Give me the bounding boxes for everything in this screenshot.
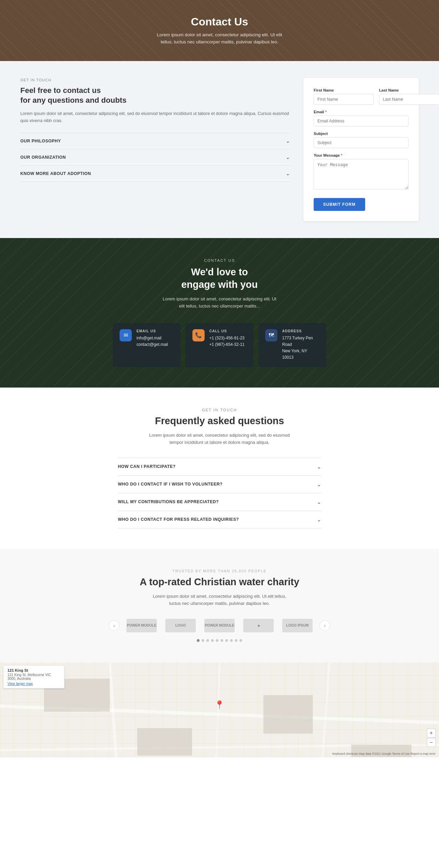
hero-section: Contact Us Lorem ipsum dolor sit amet, c… <box>0 0 439 61</box>
chevron-down-icon: ⌄ <box>317 463 321 470</box>
faq-list: HOW CAN I PARTICIPATE? ⌄ WHO DO I CONTAC… <box>118 458 321 529</box>
engage-label: CONTACT US <box>14 258 425 262</box>
message-textarea[interactable] <box>314 159 409 190</box>
address-card: 🗺 ADDRESS 1773 Turkey Pen Road New York,… <box>258 323 326 367</box>
submit-button[interactable]: SUBMIT FORM <box>314 198 365 211</box>
map-zoom-out-button[interactable]: − <box>427 738 436 747</box>
dot-10[interactable] <box>239 639 242 642</box>
faq-label-q3: WILL MY CONTRIBUTIONS BE APPRECIATED? <box>118 499 219 504</box>
call-card-text: +1 (323)-456-91-23 +1 (987)-654-32-11 <box>209 335 245 348</box>
accordion-label-our-philosophy: OUR PHILOSOPHY <box>20 139 61 143</box>
contact-left: GET IN TOUCH Feel free to contact us for… <box>20 78 290 182</box>
last-name-group: Last Name <box>379 88 439 105</box>
accordion-item-our-philosophy[interactable]: OUR PHILOSOPHY ⌄ <box>20 133 290 149</box>
logo-3: POWER MODULE <box>204 619 235 632</box>
email-card: ✉ EMAIL US info@get.mail contact@get.mai… <box>113 323 181 367</box>
hero-description: Lorem ipsum dolor sit amet, consectetur … <box>152 32 287 45</box>
svg-rect-8 <box>264 695 313 733</box>
chevron-down-icon: ⌄ <box>317 499 321 505</box>
map-pin: 📍 <box>214 700 225 710</box>
accordion-label-our-organization: OUR ORGANIZATION <box>20 155 66 160</box>
charity-section: TRUSTED BY MORE THAN 25,000 PEOPLE A top… <box>0 549 439 662</box>
svg-line-3 <box>214 662 220 757</box>
logo-1: POWER MODULE <box>126 619 157 632</box>
map-icon: 🗺 <box>265 329 277 341</box>
first-name-label: First Name <box>314 88 374 92</box>
charity-trust-label: TRUSTED BY MORE THAN 25,000 PEOPLE <box>14 569 425 573</box>
contact-form-box: First Name Last Name Email * Subject You… <box>304 78 419 221</box>
last-name-label: Last Name <box>379 88 439 92</box>
email-icon: ✉ <box>120 329 132 341</box>
email-input[interactable] <box>314 116 409 126</box>
logo-2: LOGO <box>165 619 196 632</box>
contact-cards: ✉ EMAIL US info@get.mail contact@get.mai… <box>14 323 425 367</box>
dot-1[interactable] <box>197 639 200 642</box>
subject-input[interactable] <box>314 137 409 148</box>
map-controls: + − <box>427 729 436 747</box>
map-address: 121 King St, Melbourne VIC 3000, Austral… <box>7 673 60 680</box>
faq-section: GET IN TOUCH Frequently asked questions … <box>0 388 439 549</box>
email-card-title: EMAIL US <box>137 329 168 333</box>
faq-item-q2[interactable]: WHO DO I CONTACT IF I WISH TO VOLUNTEER?… <box>118 475 321 493</box>
carousel-logos: POWER MODULE LOGO POWER MODULE ★ LOGO IP… <box>126 619 313 632</box>
call-card-title: CALL US <box>209 329 245 333</box>
map-zoom-in-button[interactable]: + <box>427 729 436 737</box>
logo-carousel: ‹ POWER MODULE LOGO POWER MODULE ★ LOGO … <box>14 619 425 632</box>
call-card: 📞 CALL US +1 (323)-456-91-23 +1 (987)-65… <box>186 323 253 367</box>
last-name-input[interactable] <box>379 94 439 105</box>
accordion-item-our-organization[interactable]: OUR ORGANIZATION ⌄ <box>20 149 290 165</box>
contact-section: GET IN TOUCH Feel free to contact us for… <box>0 61 439 238</box>
map-label-box: 121 King St 121 King St, Melbourne VIC 3… <box>3 666 64 688</box>
map-location-title: 121 King St <box>7 668 60 672</box>
faq-item-q1[interactable]: HOW CAN I PARTICIPATE? ⌄ <box>118 458 321 475</box>
svg-line-4 <box>318 662 329 757</box>
accordion-label-know-more-adoption: KNOW MORE ABOUT ADOPTION <box>20 171 91 176</box>
faq-label-q1: HOW CAN I PARTICIPATE? <box>118 464 175 469</box>
faq-item-q4[interactable]: WHO DO I CONTACT FOR PRESS RELATED INQUI… <box>118 511 321 529</box>
faq-label-q4: WHO DO I CONTACT FOR PRESS RELATED INQUI… <box>118 517 239 522</box>
contact-label: GET IN TOUCH <box>20 78 290 82</box>
first-name-group: First Name <box>314 88 374 105</box>
dot-6[interactable] <box>221 639 223 642</box>
engage-heading: We'd love to engage with you <box>14 266 425 291</box>
first-name-input[interactable] <box>314 94 374 105</box>
hero-title: Contact Us <box>191 16 248 28</box>
dot-3[interactable] <box>206 639 209 642</box>
subject-group: Subject <box>314 132 409 148</box>
charity-heading: A top-rated Christian water charity <box>14 576 425 588</box>
contact-heading: Feel free to contact us for any question… <box>20 85 290 105</box>
map-background <box>0 662 439 757</box>
map-larger-link[interactable]: View larger map <box>7 682 60 686</box>
engage-section: CONTACT US We'd love to engage with you … <box>0 238 439 388</box>
carousel-prev-button[interactable]: ‹ <box>109 620 120 631</box>
phone-icon: 📞 <box>192 329 205 341</box>
faq-heading: Frequently asked questions <box>20 415 419 427</box>
map-roads <box>0 662 439 757</box>
dot-7[interactable] <box>225 639 228 642</box>
dot-9[interactable] <box>235 639 237 642</box>
contact-description: Lorem ipsum dolor sit amet, consectetur … <box>20 110 290 124</box>
map-footer: Keyboard shortcuts Map data ©2021 Google… <box>332 752 436 755</box>
chevron-down-icon: ⌄ <box>286 170 290 177</box>
carousel-next-button[interactable]: › <box>319 620 330 631</box>
dot-8[interactable] <box>230 639 233 642</box>
dot-2[interactable] <box>202 639 204 642</box>
faq-label-q2: WHO DO I CONTACT IF I WISH TO VOLUNTEER? <box>118 482 223 487</box>
logo-4: ★ <box>243 619 274 632</box>
message-label: Your Message * <box>314 153 409 157</box>
faq-item-q3[interactable]: WILL MY CONTRIBUTIONS BE APPRECIATED? ⌄ <box>118 493 321 511</box>
contact-heading-line1: Feel free to contact us <box>20 86 101 95</box>
address-card-title: ADDRESS <box>282 329 319 333</box>
message-group: Your Message * <box>314 153 409 190</box>
dot-5[interactable] <box>216 639 218 642</box>
form-name-row: First Name Last Name <box>314 88 409 105</box>
chevron-down-icon: ⌄ <box>286 138 290 144</box>
engage-description: Lorem ipsum dolor sit amet, consectetur … <box>160 295 279 310</box>
accordion-item-know-more-adoption[interactable]: KNOW MORE ABOUT ADOPTION ⌄ <box>20 165 290 182</box>
chevron-down-icon: ⌄ <box>317 481 321 488</box>
carousel-dots <box>14 639 425 642</box>
logo-5: LOGO IPSUM <box>282 619 313 632</box>
dot-4[interactable] <box>211 639 214 642</box>
email-card-text: info@get.mail contact@get.mail <box>137 335 168 348</box>
faq-description: Lorem ipsum dolor sit amet, consectetur … <box>148 432 291 446</box>
